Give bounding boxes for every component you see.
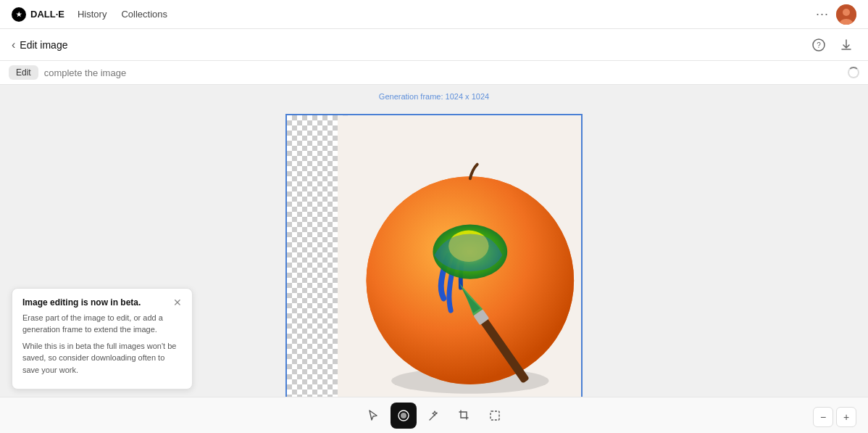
crop-icon — [458, 409, 471, 422]
more-options-button[interactable]: ··· — [816, 7, 829, 22]
orange-illustration — [338, 115, 581, 403]
prompt-bar: Edit — [0, 61, 868, 85]
frame-icon — [488, 409, 501, 422]
zoom-out-button[interactable]: − — [813, 407, 833, 427]
avatar[interactable] — [836, 4, 856, 25]
download-button[interactable] — [836, 35, 856, 55]
subheader-actions: ? — [809, 35, 856, 55]
erase-tool-button[interactable] — [391, 403, 417, 429]
cursor — [719, 20, 723, 25]
subheader: ‹ Edit image ? — [0, 29, 868, 61]
app-logo[interactable]: ★ DALL·E — [12, 7, 64, 22]
page-title: Edit image — [20, 39, 67, 51]
zoom-controls: − + — [813, 407, 856, 427]
beta-notice-close-button[interactable]: ✕ — [173, 297, 182, 308]
collections-link[interactable]: Collections — [120, 6, 169, 22]
history-link[interactable]: History — [76, 6, 108, 22]
back-button[interactable]: ‹ Edit image — [12, 38, 67, 51]
generation-frame-label: Generation frame: 1024 x 1024 — [379, 92, 489, 101]
frame-tool-button[interactable] — [482, 403, 508, 429]
beta-notice-text-1: Erase part of the image to edit, or add … — [22, 312, 182, 336]
topnav-right: ··· — [816, 4, 856, 25]
svg-rect-15 — [491, 411, 499, 420]
app-name: DALL·E — [30, 9, 64, 20]
svg-point-14 — [401, 413, 406, 418]
edit-tab[interactable]: Edit — [9, 65, 38, 80]
beta-notice-text-2: While this is in beta the full images wo… — [22, 340, 182, 376]
erase-icon — [397, 409, 410, 422]
svg-text:?: ? — [817, 41, 821, 49]
logo-icon: ★ — [12, 7, 26, 22]
svg-point-8 — [367, 176, 575, 384]
prompt-input[interactable] — [44, 67, 842, 78]
beta-notice-header: Image editing is now in beta. ✕ — [22, 297, 182, 308]
image-frame[interactable] — [285, 114, 583, 404]
avatar-icon — [836, 4, 856, 25]
loading-spinner — [848, 67, 859, 78]
main-area: Generation frame: 1024 x 1024 — [0, 85, 868, 433]
topnav: ★ DALL·E History Collections ··· — [0, 0, 868, 29]
beta-notice-title: Image editing is now in beta. — [22, 297, 141, 308]
help-button[interactable]: ? — [809, 35, 829, 55]
magic-icon — [427, 409, 441, 422]
crop-tool-button[interactable] — [451, 403, 477, 429]
help-icon: ? — [812, 38, 825, 51]
image-content — [338, 115, 581, 403]
back-arrow-icon: ‹ — [12, 38, 15, 51]
select-icon — [367, 409, 380, 422]
download-icon — [840, 38, 853, 51]
zoom-in-button[interactable]: + — [836, 407, 856, 427]
magic-tool-button[interactable] — [421, 403, 447, 429]
svg-point-1 — [843, 9, 850, 16]
beta-notice: Image editing is now in beta. ✕ Erase pa… — [12, 288, 193, 390]
bottom-toolbar: − + — [0, 397, 868, 433]
select-tool-button[interactable] — [360, 403, 386, 429]
